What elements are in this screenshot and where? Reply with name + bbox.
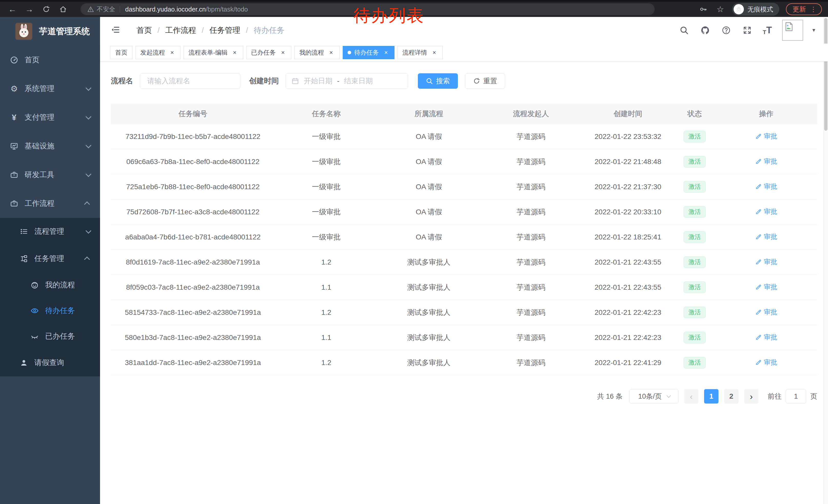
tab[interactable]: 流程表单-编辑 — [184, 46, 243, 59]
github-icon[interactable] — [700, 25, 710, 36]
logo-image — [15, 23, 32, 40]
breadcrumb-workflow[interactable]: 工作流程 — [165, 25, 196, 36]
close-icon[interactable] — [431, 49, 438, 56]
password-key-icon[interactable] — [698, 4, 708, 14]
cell-create-time: 2022-01-21 22:42:23 — [582, 308, 674, 317]
approve-button[interactable]: 审批 — [755, 358, 777, 367]
chevron-up-icon — [84, 257, 90, 263]
avatar-caret-icon[interactable]: ▼ — [811, 28, 816, 33]
browser-menu-icon[interactable]: ⋮ — [810, 5, 817, 13]
sidebar-item-home[interactable]: 首页 — [0, 46, 100, 74]
tab[interactable]: 已办任务 — [246, 46, 291, 59]
approve-button[interactable]: 审批 — [755, 207, 777, 216]
process-name-input[interactable] — [147, 77, 233, 85]
page-scrollbar[interactable] — [823, 17, 828, 504]
not-secure-label[interactable]: 不安全 — [97, 5, 115, 13]
breadcrumb-separator: / — [246, 26, 248, 35]
close-icon[interactable] — [279, 49, 287, 56]
font-size-icon[interactable]: T T — [763, 25, 772, 36]
edit-pencil-icon — [755, 208, 762, 215]
column-header-task-name: 任务名称 — [275, 109, 378, 119]
scrollbar-thumb[interactable] — [824, 18, 827, 131]
approve-label: 审批 — [764, 132, 777, 141]
address-bar[interactable]: 不安全 dashboard.yudao.iocoder.cn /bpm/task… — [81, 3, 655, 15]
sidebar-item-infrastructure[interactable]: 基础设施 — [0, 132, 100, 161]
tab[interactable]: 发起流程 — [135, 46, 180, 59]
edit-pencil-icon — [755, 158, 762, 165]
approve-button[interactable]: 审批 — [755, 308, 777, 317]
fullscreen-icon[interactable] — [742, 25, 753, 36]
approve-button[interactable]: 审批 — [755, 282, 777, 291]
sidebar-item-payment[interactable]: ¥ 支付管理 — [0, 103, 100, 132]
column-header-create-time: 创建时间 — [582, 109, 674, 119]
reset-button[interactable]: 重置 — [465, 73, 505, 89]
goto-page-input[interactable] — [786, 389, 806, 404]
approve-button[interactable]: 审批 — [755, 182, 777, 191]
sidebar-collapse-icon[interactable] — [110, 25, 122, 35]
help-icon[interactable] — [721, 25, 732, 36]
approve-button[interactable]: 审批 — [755, 258, 777, 266]
close-icon[interactable] — [231, 49, 238, 56]
start-date-placeholder[interactable]: 开始日期 — [304, 76, 332, 86]
table-row: 73211d9d-7b9b-11ec-b5b7-acde48001122 一级审… — [111, 124, 817, 149]
browser-update-chip[interactable]: 更新 ⋮ — [786, 3, 822, 15]
browser-home-icon[interactable] — [58, 4, 68, 14]
update-label[interactable]: 更新 — [793, 5, 806, 14]
breadcrumb-task-management[interactable]: 任务管理 — [210, 25, 240, 36]
sidebar-item-my-process[interactable]: 我的流程 — [0, 272, 100, 298]
sidebar-logo[interactable]: 芋道管理系统 — [0, 17, 100, 46]
browser-back-icon[interactable]: ← — [7, 4, 17, 14]
table-row: 580e1b3d-7ac8-11ec-a9e2-a2380e71991a 1.1… — [111, 325, 817, 350]
sidebar-item-workflow[interactable]: 工作流程 — [0, 189, 100, 218]
prev-page-button[interactable] — [684, 389, 699, 404]
breadcrumb-separator: / — [202, 26, 204, 35]
breadcrumb-home[interactable]: 首页 — [136, 25, 152, 36]
close-icon[interactable] — [169, 49, 176, 56]
sidebar-item-leave-query[interactable]: 请假查询 — [0, 349, 100, 376]
cell-process: OA 请假 — [378, 182, 480, 192]
tab[interactable]: 我的流程 — [294, 46, 340, 59]
cell-task-id: 8f0d1619-7ac8-11ec-a9e2-a2380e71991a — [111, 258, 275, 266]
tab[interactable]: 首页 — [110, 46, 132, 59]
sidebar-item-task-management[interactable]: 任务管理 — [0, 245, 100, 272]
tab[interactable]: 流程详情 — [398, 46, 443, 59]
cell-process: OA 请假 — [378, 207, 480, 217]
column-header-process: 所属流程 — [378, 109, 480, 119]
browser-reload-icon[interactable] — [41, 4, 51, 14]
status-badge: 激活 — [684, 231, 706, 242]
cell-status: 激活 — [674, 256, 715, 268]
close-icon[interactable] — [328, 49, 335, 56]
eye-open-icon — [30, 306, 39, 315]
page-number-button[interactable]: 2 — [724, 389, 739, 404]
approve-button[interactable]: 审批 — [755, 232, 777, 241]
page-size-select[interactable]: 10条/页 — [629, 389, 678, 404]
approve-button[interactable]: 审批 — [755, 132, 777, 141]
sidebar-item-done-tasks[interactable]: 已办任务 — [0, 324, 100, 349]
avatar[interactable] — [782, 20, 803, 41]
search-icon[interactable] — [679, 25, 690, 36]
sidebar-item-system[interactable]: ⚙ 系统管理 — [0, 74, 100, 103]
approve-button[interactable]: 审批 — [755, 333, 777, 342]
create-time-range-picker[interactable]: 开始日期 - 结束日期 — [286, 73, 408, 89]
tab[interactable]: 待办任务 — [343, 46, 395, 59]
sidebar-item-devtools[interactable]: 研发工具 — [0, 161, 100, 189]
list-icon — [19, 227, 28, 236]
font-size-small-glyph: T — [763, 29, 766, 36]
sidebar-item-process-management[interactable]: 流程管理 — [0, 218, 100, 245]
edit-pencil-icon — [755, 359, 762, 366]
search-button[interactable]: 搜索 — [418, 73, 458, 89]
end-date-placeholder[interactable]: 结束日期 — [344, 76, 373, 86]
sidebar-item-label: 任务管理 — [34, 254, 64, 264]
close-icon[interactable] — [382, 49, 389, 56]
sidebar-item-label: 首页 — [25, 55, 40, 65]
not-secure-warning-icon[interactable] — [87, 6, 94, 13]
browser-forward-icon[interactable]: → — [24, 4, 34, 14]
approve-button[interactable]: 审批 — [755, 157, 777, 166]
workflow-submenu: 流程管理 任务管理 我的流程 待办任务 — [0, 218, 100, 376]
page-number-button[interactable]: 1 — [704, 389, 718, 404]
next-page-button[interactable] — [744, 389, 758, 404]
bookmark-star-icon[interactable]: ☆ — [715, 4, 726, 14]
chevron-down-icon — [86, 228, 92, 234]
screen: ← → 不安全 dashboard.yudao.iocoder.cn /bpm/… — [0, 0, 828, 504]
sidebar-item-todo-tasks[interactable]: 待办任务 — [0, 298, 100, 324]
